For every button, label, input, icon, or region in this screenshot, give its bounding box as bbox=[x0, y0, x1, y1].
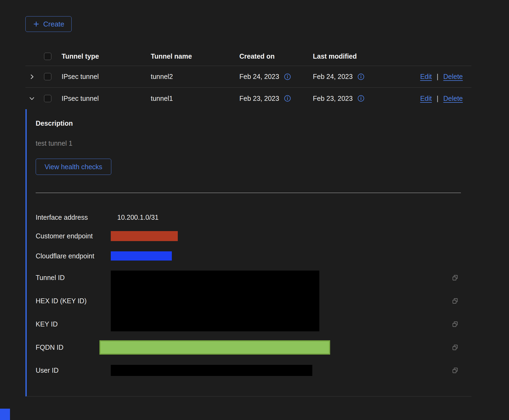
row-checkbox-tunnel1[interactable] bbox=[44, 95, 51, 102]
copy-key-id-icon[interactable] bbox=[450, 321, 458, 328]
expander-cell bbox=[25, 95, 39, 102]
interface-address-label: Interface address bbox=[36, 214, 111, 221]
actions-separator: | bbox=[437, 95, 438, 102]
table-header-row: Tunnel type Tunnel name Created on Last … bbox=[25, 47, 471, 66]
chevron-down-icon[interactable] bbox=[29, 95, 35, 102]
row-checkbox-tunnel2[interactable] bbox=[44, 73, 51, 80]
tunnel-id-label: Tunnel ID bbox=[36, 274, 111, 282]
info-icon[interactable] bbox=[284, 73, 291, 80]
page-content: Create Tunnel type Tunnel name Created o… bbox=[25, 16, 471, 396]
description-label: Description bbox=[36, 119, 471, 127]
last-modified-cell: Feb 24, 2023 bbox=[313, 73, 386, 81]
last-modified-value: Feb 23, 2023 bbox=[313, 95, 353, 102]
cloudflare-endpoint-label: Cloudflare endpoint bbox=[36, 252, 111, 260]
copy-user-id-icon[interactable] bbox=[450, 367, 458, 374]
create-button[interactable]: Create bbox=[25, 16, 72, 32]
header-tunnel-type: Tunnel type bbox=[62, 52, 151, 60]
actions-cell: Edit | Delete bbox=[386, 95, 471, 102]
delete-link-tunnel2[interactable]: Delete bbox=[443, 73, 463, 81]
created-on-cell: Feb 24, 2023 bbox=[239, 73, 313, 81]
copy-fqdn-id-icon[interactable] bbox=[450, 344, 458, 351]
actions-cell: Edit | Delete bbox=[386, 73, 471, 81]
plus-icon bbox=[33, 21, 40, 28]
tunnel-name-cell: tunnel1 bbox=[151, 95, 239, 102]
create-button-label: Create bbox=[43, 20, 64, 28]
header-created-on: Created on bbox=[239, 52, 313, 60]
last-modified-value: Feb 24, 2023 bbox=[313, 73, 353, 81]
info-icon[interactable] bbox=[357, 95, 364, 102]
tunnel-type-cell: IPsec tunnel bbox=[62, 95, 151, 102]
edit-link-tunnel2[interactable]: Edit bbox=[420, 73, 432, 81]
user-id-label: User ID bbox=[36, 366, 111, 374]
created-on-value: Feb 23, 2023 bbox=[239, 95, 279, 102]
interface-address-value: 10.200.1.0/31 bbox=[111, 214, 450, 221]
chevron-right-icon[interactable] bbox=[29, 74, 35, 80]
table-row-tunnel1: IPsec tunnel tunnel1 Feb 23, 2023 Feb 23… bbox=[25, 88, 471, 109]
select-all-checkbox[interactable] bbox=[44, 53, 51, 60]
last-modified-cell: Feb 23, 2023 bbox=[313, 95, 386, 102]
actions-separator: | bbox=[437, 73, 438, 81]
expander-cell bbox=[25, 74, 39, 80]
checkbox-cell bbox=[39, 95, 62, 102]
edit-link-tunnel1[interactable]: Edit bbox=[420, 95, 432, 102]
section-divider bbox=[36, 193, 461, 193]
checkbox-cell bbox=[39, 73, 62, 80]
copy-hex-id-icon[interactable] bbox=[450, 298, 458, 304]
tunnels-table: Tunnel type Tunnel name Created on Last … bbox=[25, 47, 471, 396]
view-health-checks-button[interactable]: View health checks bbox=[36, 159, 111, 175]
info-icon[interactable] bbox=[357, 73, 364, 80]
user-id-redacted-value bbox=[111, 365, 312, 376]
customer-endpoint-label: Customer endpoint bbox=[36, 232, 111, 240]
tunnel-id-hex-key-redacted-value bbox=[111, 271, 319, 331]
customer-endpoint-redacted-value bbox=[111, 231, 178, 241]
created-on-value: Feb 24, 2023 bbox=[239, 73, 279, 81]
cloudflare-endpoint-redacted-value bbox=[111, 251, 172, 261]
bottom-left-blue-fragment bbox=[0, 409, 10, 420]
copy-tunnel-id-icon[interactable] bbox=[450, 274, 458, 281]
hex-id-label: HEX ID (KEY ID) bbox=[36, 297, 111, 305]
table-row-tunnel2: IPsec tunnel tunnel2 Feb 24, 2023 Feb 24… bbox=[25, 66, 471, 88]
description-value: test tunnel 1 bbox=[36, 139, 471, 147]
tunnel-type-cell: IPsec tunnel bbox=[62, 73, 151, 81]
created-on-cell: Feb 23, 2023 bbox=[239, 95, 313, 102]
tunnels-page: Create Tunnel type Tunnel name Created o… bbox=[0, 0, 509, 420]
delete-link-tunnel1[interactable]: Delete bbox=[443, 95, 463, 102]
key-id-label: KEY ID bbox=[36, 320, 111, 328]
info-icon[interactable] bbox=[284, 95, 291, 102]
tunnel-name-cell: tunnel2 bbox=[151, 73, 239, 81]
tunnel-detail-panel: Description test tunnel 1 View health ch… bbox=[25, 109, 471, 396]
header-tunnel-name: Tunnel name bbox=[151, 52, 239, 60]
tunnel-detail-fields: Interface address 10.200.1.0/31 Customer… bbox=[36, 209, 471, 382]
fqdn-id-redacted-value bbox=[99, 340, 330, 355]
header-last-modified: Last modified bbox=[313, 52, 386, 60]
header-checkbox-cell bbox=[39, 53, 62, 60]
